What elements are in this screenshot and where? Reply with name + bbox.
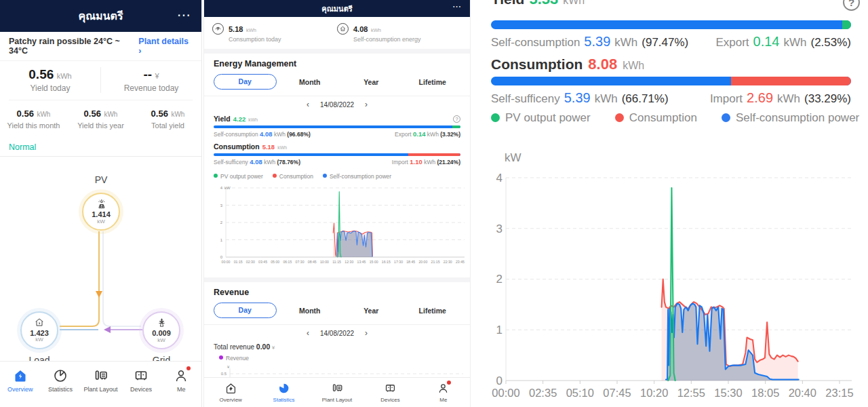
tab-rev-lifetime[interactable]: Lifetime xyxy=(402,307,464,315)
svg-text:23:15: 23:15 xyxy=(825,387,853,399)
energy-chart-legend: PV output power Consumption Self-consump… xyxy=(204,168,470,180)
nav-overview[interactable]: Overview xyxy=(204,382,257,407)
plant-details-link[interactable]: Plant details › xyxy=(138,37,193,56)
stat-self-consumption-energy: 4.08 kWh Self-consumption energy xyxy=(337,22,462,43)
plant-title: คุณมนตรี xyxy=(78,7,123,24)
consumption-breakdown: Self-sufficeny 4.08 kWh (78.76%) Import … xyxy=(214,158,460,168)
stat-total-yield: 0.56 kWh Total yield xyxy=(134,107,201,130)
load-node[interactable]: 1.423 kW xyxy=(20,311,58,349)
notification-badge xyxy=(186,366,191,370)
svg-text:08:45: 08:45 xyxy=(308,260,317,264)
self-consumption-icon xyxy=(337,23,349,35)
overview-screen: คุณมนตรี ⋯ Patchy rain possible 24°C ~ 3… xyxy=(0,0,202,407)
consumption-breakdown: Self-sufficeny 5.39 kWh (66.71%) Import … xyxy=(491,90,851,106)
tab-month[interactable]: Month xyxy=(279,78,341,86)
tab-rev-month[interactable]: Month xyxy=(279,307,341,315)
svg-text:3: 3 xyxy=(220,204,223,208)
secondary-stats: 0.56 kWh Yield this month 0.56 kWh Yield… xyxy=(0,100,201,138)
nav-overview[interactable]: Overview xyxy=(0,368,40,407)
tab-rev-year[interactable]: Year xyxy=(340,307,402,315)
stat-yield-year: 0.56 kWh Yield this year xyxy=(67,107,134,130)
svg-text:12:55: 12:55 xyxy=(677,387,705,399)
current-date: 14/08/2022 xyxy=(320,330,354,337)
energy-chart-svg: 01234kW00:0001:1502:3003:4505:0006:1507:… xyxy=(210,181,469,275)
more-menu-icon[interactable]: ⋯ xyxy=(452,1,462,12)
svg-text:06:15: 06:15 xyxy=(283,260,292,264)
bottom-nav: Overview Statistics Plant Layout Devices xyxy=(0,361,201,407)
svg-text:3: 3 xyxy=(496,222,502,235)
layout-icon xyxy=(93,368,109,384)
yield-bar-export-segment xyxy=(452,125,460,128)
nav-devices[interactable]: Devices xyxy=(363,382,416,407)
pv-node[interactable]: 1.414 kW xyxy=(82,193,120,231)
svg-text:4: 4 xyxy=(496,172,502,185)
svg-text:23:45: 23:45 xyxy=(456,260,465,264)
nav-statistics[interactable]: Statistics xyxy=(257,382,310,407)
person-icon xyxy=(437,382,450,395)
energy-summary: Yield 4.22 kWh ? Self-consumption 4.08 k… xyxy=(204,112,470,168)
legend-dot-pv xyxy=(214,174,218,178)
current-date: 14/08/2022 xyxy=(320,101,354,109)
energy-detail-zoom: Yield 5.53 kWh ? Self-consumption 5.39 k… xyxy=(475,0,868,407)
svg-text:1: 1 xyxy=(496,324,502,336)
consumption-metric: Consumption 5.18 kWh xyxy=(214,140,460,151)
section-separator xyxy=(204,49,470,54)
grid-node[interactable]: 0.009 kW xyxy=(142,311,180,349)
help-icon[interactable]: ? xyxy=(843,0,860,11)
stats-row: 5.18 kWh Consumption today 4.08 kWh Self… xyxy=(204,17,470,49)
svg-text:1: 1 xyxy=(220,238,223,242)
consumption-bar xyxy=(214,153,460,156)
nav-statistics[interactable]: Statistics xyxy=(40,368,80,407)
svg-text:00:00: 00:00 xyxy=(492,387,519,399)
yield-title: Yield 5.53 kWh xyxy=(491,0,585,8)
yield-breakdown: Self-consumption 4.08 kWh (96.68%) Expor… xyxy=(214,130,460,140)
tab-day[interactable]: Day xyxy=(214,74,277,90)
svg-text:15:30: 15:30 xyxy=(714,387,742,399)
more-menu-icon[interactable]: ⋯ xyxy=(177,7,192,23)
svg-text:21:15: 21:15 xyxy=(431,260,440,264)
next-date-button[interactable]: › xyxy=(365,100,368,109)
svg-text:18:45: 18:45 xyxy=(406,260,415,264)
stat-yield-month: 0.56 kWh Yield this month xyxy=(0,107,67,130)
legend-dot-selfconsumption xyxy=(722,113,730,122)
next-date-button[interactable]: › xyxy=(365,329,368,337)
legend-dot-pv xyxy=(491,113,500,122)
svg-text:15:00: 15:00 xyxy=(370,260,378,264)
help-icon[interactable]: ? xyxy=(453,115,460,123)
energy-chart: 01234kW00:0001:1502:3003:4505:0006:1507:… xyxy=(204,180,470,277)
legend-dot-consumption xyxy=(615,113,624,122)
energy-management-heading: Energy Management xyxy=(204,54,470,71)
pie-chart-icon xyxy=(52,368,68,384)
pie-chart-icon xyxy=(277,382,290,395)
svg-text:10:20: 10:20 xyxy=(640,387,668,399)
person-icon xyxy=(173,368,189,384)
weather-text: Patchy rain possible 24°C ~ 34°C xyxy=(9,37,138,56)
svg-text:4: 4 xyxy=(220,186,223,190)
nav-me[interactable]: Me xyxy=(417,382,470,407)
tab-lifetime[interactable]: Lifetime xyxy=(402,78,464,86)
nav-devices[interactable]: Devices xyxy=(121,368,161,407)
svg-text:kW: kW xyxy=(505,151,521,164)
pv-label: PV xyxy=(71,174,132,185)
flow-arrow-left xyxy=(104,326,111,333)
svg-text:12:30: 12:30 xyxy=(344,260,353,264)
svg-text:0.5: 0.5 xyxy=(221,372,227,376)
devices-icon xyxy=(133,368,149,384)
nav-plant-layout[interactable]: Plant Layout xyxy=(311,382,363,407)
prev-date-button[interactable]: ‹ xyxy=(307,100,309,109)
power-tower-icon xyxy=(157,317,167,330)
legend-dot-consumption xyxy=(273,174,277,178)
prev-date-button[interactable]: ‹ xyxy=(307,329,309,337)
tab-rev-day[interactable]: Day xyxy=(214,303,277,318)
section-separator xyxy=(204,277,470,282)
nav-plant-layout[interactable]: Plant Layout xyxy=(81,368,121,407)
svg-text:01:15: 01:15 xyxy=(234,260,243,264)
svg-text:07:30: 07:30 xyxy=(296,260,304,264)
nav-me[interactable]: Me xyxy=(161,368,201,407)
consumption-bar-import-segment xyxy=(731,77,851,85)
power-chart-legend: PV output power Consumption Self-consump… xyxy=(491,111,859,125)
tab-year[interactable]: Year xyxy=(340,78,402,86)
plant-title: คุณมนตรี xyxy=(321,3,352,15)
consumption-bar-import-segment xyxy=(408,153,460,156)
notification-badge xyxy=(447,381,451,385)
